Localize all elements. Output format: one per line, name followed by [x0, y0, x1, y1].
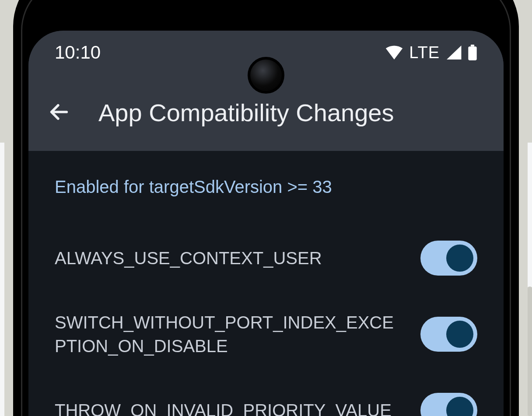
compat-change-label: THROW_ON_INVALID_PRIORITY_VALUE — [55, 399, 403, 416]
switch-thumb — [446, 321, 473, 348]
battery-icon — [468, 45, 477, 60]
network-type-label: LTE — [409, 43, 440, 62]
switch-thumb — [446, 245, 473, 272]
page-title: App Compatibility Changes — [98, 98, 394, 127]
compat-change-label: SWITCH_WITHOUT_PORT_INDEX_EXCEPTION_ON_D… — [55, 311, 403, 358]
compat-change-row[interactable]: THROW_ON_INVALID_PRIORITY_VALUE — [55, 375, 477, 416]
svg-rect-0 — [471, 45, 474, 46]
back-button[interactable] — [46, 100, 72, 126]
compat-change-label: ALWAYS_USE_CONTEXT_USER — [55, 246, 403, 270]
compat-change-row[interactable]: SWITCH_WITHOUT_PORT_INDEX_EXCEPTION_ON_D… — [55, 293, 477, 375]
section-header: Enabled for targetSdkVersion >= 33 — [55, 177, 477, 197]
toggle-switch[interactable] — [420, 393, 477, 416]
toggle-switch[interactable] — [420, 241, 477, 276]
status-time: 10:10 — [55, 42, 101, 63]
camera-punch-hole — [248, 57, 284, 94]
compat-change-row[interactable]: ALWAYS_USE_CONTEXT_USER — [55, 223, 477, 293]
svg-rect-1 — [468, 46, 476, 60]
arrow-back-icon — [48, 101, 70, 125]
wifi-icon — [385, 45, 403, 59]
cellular-signal-icon — [446, 45, 462, 59]
status-icons: LTE — [385, 43, 477, 62]
stage: 10:10 LTE — [0, 0, 532, 416]
toggle-switch[interactable] — [420, 317, 477, 352]
settings-list[interactable]: Enabled for targetSdkVersion >= 33 ALWAY… — [28, 151, 504, 416]
phone-screen: 10:10 LTE — [28, 31, 504, 416]
